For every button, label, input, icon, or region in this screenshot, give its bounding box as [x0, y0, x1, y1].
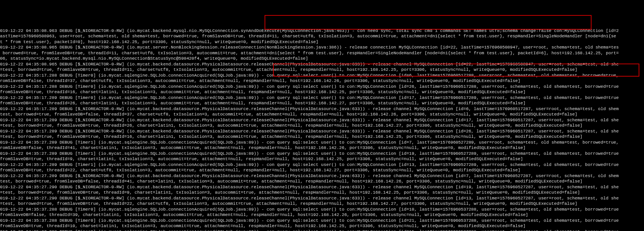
log-line: 019-12-22 04:35:17.289 DEBUG [Timer0] (i…	[0, 95, 644, 101]
log-line: 019-12-22 04:35:37.288 DEBUG [Timer0] (i…	[0, 218, 644, 224]
log-line: romSlaveDB=false, threadId=41, charset=l…	[0, 145, 644, 151]
log-line: 019-12-22 04:35:27.289 DEBUG [$_NIOREACT…	[0, 173, 644, 179]
log-line: fromSlaveDB=true, threadId=16, charset=l…	[0, 89, 644, 95]
log-line: 019-12-22 04:35:27.290 DEBUG [$_NIOREACT…	[0, 196, 644, 201]
log-line: 019-12-22 04:35:17.289 DEBUG [$_NIOREACT…	[0, 129, 644, 134]
log-line: =test, borrowed=true, fromSlaveDB=true, …	[0, 134, 644, 140]
log-line: fromSlaveDB=true, threadId=26, charset=l…	[0, 100, 644, 106]
log-line: 019-12-22 04:35:37.288 DEBUG [Timer0] (i…	[0, 229, 644, 231]
log-line: 019-12-22 04:35:08.965 DEBUG [$_NIOREACT…	[0, 62, 644, 67]
log-line: 06, statusSync=io.mycat.backend.mysql.ni…	[0, 56, 644, 62]
log-line: 019-12-22 04:35:27.289 DEBUG [Timer1] (i…	[0, 140, 644, 146]
log-line: borrowed=true, fromSlaveDB=true, threadI…	[0, 50, 644, 56]
log-line: 019-12-22 04:35:08.965 DEBUG [$_NIOREACT…	[0, 45, 644, 50]
log-line: test, borrowed=true, fromSlaveDB=false, …	[0, 179, 644, 184]
log-line: 019-12-22 04:35:27.289 DEBUG [Timer1] (i…	[0, 151, 644, 157]
log-line: 019-12-22 04:35:17.288 DEBUG [Timer0] (i…	[0, 84, 644, 90]
log-line: 019-12-22 04:35:37.288 DEBUG [Timer0] (i…	[0, 207, 644, 213]
log-line: fromSlaveDB=false, threadId=39, charset=…	[0, 212, 644, 218]
log-line: test, borrowed=true, fromSlaveDB=false, …	[0, 112, 644, 117]
log-line: fromSlaveDB=true, threadId=10, charset=l…	[0, 223, 644, 229]
highlight-box-1	[265, 15, 592, 30]
log-line: 019-12-22 04:35:17.289 DEBUG [$_NIOREACT…	[0, 106, 644, 112]
log-line: =test, borrowed=true, fromSlaveDB=true, …	[0, 123, 644, 129]
log-line: astTime=1576960508963, user=root, schema…	[0, 33, 644, 39]
log-line: 019-12-22 04:35:08.963 DEBUG [$_NIOREACT…	[0, 28, 644, 34]
log-line: fromSlaveDB=true, threadId=9, charset=la…	[0, 156, 644, 162]
log-line: 019-12-22 04:35:17.289 DEBUG [$_NIOREACT…	[0, 117, 644, 123]
log-line: t * from test.user}, packetId=0], host=1…	[0, 39, 644, 45]
log-line: romSlaveDB=false, threadId=37, charset=u…	[0, 78, 644, 84]
log-line: 019-12-22 04:35:27.289 DEBUG [Timer1] (i…	[0, 162, 644, 168]
log-line: =test, borrowed=true, fromSlaveDB=true, …	[0, 190, 644, 196]
log-line: =test, borrowed=true, fromSlaveDB=true, …	[0, 201, 644, 207]
log-line: 019-12-22 04:35:17.288 DEBUG [Timer0] (i…	[0, 73, 644, 79]
log-line: fromSlaveDB=true, threadId=22, charset=u…	[0, 167, 644, 173]
log-line: =test, borrowed=true, fromSlaveDB=true, …	[0, 67, 644, 73]
log-line: 019-12-22 04:35:27.290 DEBUG [$_NIOREACT…	[0, 184, 644, 190]
terminal-log-output: 019-12-22 04:35:08.963 DEBUG [$_NIOREACT…	[0, 28, 644, 231]
